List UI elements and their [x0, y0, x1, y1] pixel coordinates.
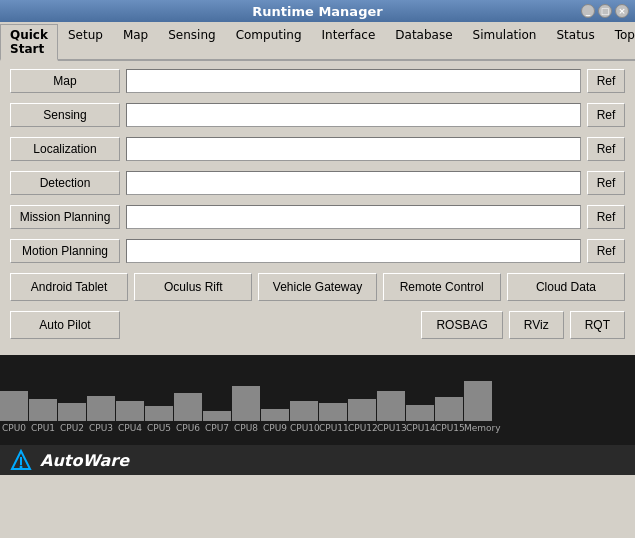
tab-map[interactable]: Map: [113, 24, 158, 59]
motion-planning-input-wrap: [126, 239, 581, 263]
title-bar: Runtime Manager _ □ ×: [0, 0, 635, 22]
cpu-label-cpu2: CPU2: [58, 423, 86, 433]
mission-planning-ref-wrap: Ref: [587, 205, 625, 229]
rviz-button[interactable]: RViz: [509, 311, 564, 339]
cpu-bar-memory: [464, 381, 492, 421]
rqt-button[interactable]: RQT: [570, 311, 625, 339]
oculus-rift-button[interactable]: Oculus Rift: [134, 273, 252, 301]
cpu-bar-cpu10: [290, 401, 318, 421]
auto-pilot-button[interactable]: Auto Pilot: [10, 311, 120, 339]
right-buttons: ROSBAG RViz RQT: [126, 311, 625, 339]
motion-planning-row: Motion Planning Ref: [10, 239, 625, 263]
cpu-label-cpu5: CPU5: [145, 423, 173, 433]
tab-bar: Quick Start Setup Map Sensing Computing …: [0, 22, 635, 61]
logo-text: AutoWare: [40, 451, 129, 470]
cpu-bar-cpu13: [377, 391, 405, 421]
sensing-input-wrap: [126, 103, 581, 127]
tab-status[interactable]: Status: [546, 24, 604, 59]
window-title: Runtime Manager: [252, 4, 382, 19]
cpu-label-cpu3: CPU3: [87, 423, 115, 433]
main-content: Map Ref Sensing Ref Localization Ref: [0, 61, 635, 355]
rosbag-button[interactable]: ROSBAG: [421, 311, 502, 339]
mission-planning-ref-button[interactable]: Ref: [587, 205, 625, 229]
sensing-button[interactable]: Sensing: [10, 103, 120, 127]
detection-input-wrap: [126, 171, 581, 195]
cpu-bar-cpu1: [29, 399, 57, 421]
tab-database[interactable]: Database: [385, 24, 462, 59]
cpu-label-cpu10: CPU10: [290, 423, 318, 433]
cpu-bar-cpu9: [261, 409, 289, 421]
motion-planning-ref-wrap: Ref: [587, 239, 625, 263]
detection-label: Detection: [10, 171, 120, 195]
cloud-data-button[interactable]: Cloud Data: [507, 273, 625, 301]
map-input-wrap: [126, 69, 581, 93]
detection-ref-wrap: Ref: [587, 171, 625, 195]
cpu-label-cpu11: CPU11: [319, 423, 347, 433]
map-row: Map Ref: [10, 69, 625, 93]
motion-planning-input[interactable]: [126, 239, 581, 263]
device-buttons-row: Android Tablet Oculus Rift Vehicle Gatew…: [10, 273, 625, 301]
detection-button[interactable]: Detection: [10, 171, 120, 195]
remote-control-button[interactable]: Remote Control: [383, 273, 501, 301]
mission-planning-input-wrap: [126, 205, 581, 229]
autopilot-wrap: Auto Pilot: [10, 311, 120, 339]
svg-point-2: [20, 466, 23, 469]
detection-row: Detection Ref: [10, 171, 625, 195]
cpu-bar-cpu3: [87, 396, 115, 421]
mission-planning-label: Mission Planning: [10, 205, 120, 229]
localization-input[interactable]: [126, 137, 581, 161]
window-controls: _ □ ×: [581, 4, 629, 18]
tab-interface[interactable]: Interface: [312, 24, 386, 59]
autoware-logo-icon: [10, 449, 32, 471]
sensing-ref-wrap: Ref: [587, 103, 625, 127]
localization-ref-wrap: Ref: [587, 137, 625, 161]
cpu-bar-cpu6: [174, 393, 202, 421]
tab-quick-start[interactable]: Quick Start: [0, 24, 58, 61]
android-tablet-button[interactable]: Android Tablet: [10, 273, 128, 301]
cpu-label-cpu9: CPU9: [261, 423, 289, 433]
mission-planning-input[interactable]: [126, 205, 581, 229]
localization-ref-button[interactable]: Ref: [587, 137, 625, 161]
map-button[interactable]: Map: [10, 69, 120, 93]
detection-input[interactable]: [126, 171, 581, 195]
maximize-button[interactable]: □: [598, 4, 612, 18]
localization-button[interactable]: Localization: [10, 137, 120, 161]
map-input[interactable]: [126, 69, 581, 93]
cpu-bar-cpu0: [0, 391, 28, 421]
cpu-bar-cpu5: [145, 406, 173, 421]
detection-ref-button[interactable]: Ref: [587, 171, 625, 195]
localization-label: Localization: [10, 137, 120, 161]
cpu-bars-container: [0, 359, 635, 421]
tab-simulation[interactable]: Simulation: [463, 24, 547, 59]
motion-planning-ref-button[interactable]: Ref: [587, 239, 625, 263]
localization-row: Localization Ref: [10, 137, 625, 161]
bottom-row: Auto Pilot ROSBAG RViz RQT: [10, 311, 625, 339]
cpu-label-cpu6: CPU6: [174, 423, 202, 433]
cpu-label-cpu12: CPU12: [348, 423, 376, 433]
tab-topics[interactable]: Topics: [605, 24, 635, 59]
tab-computing[interactable]: Computing: [226, 24, 312, 59]
sensing-label: Sensing: [10, 103, 120, 127]
cpu-bar-cpu2: [58, 403, 86, 421]
close-button[interactable]: ×: [615, 4, 629, 18]
map-ref-button[interactable]: Ref: [587, 69, 625, 93]
vehicle-gateway-button[interactable]: Vehicle Gateway: [258, 273, 376, 301]
cpu-bar-cpu11: [319, 403, 347, 421]
sensing-ref-button[interactable]: Ref: [587, 103, 625, 127]
motion-planning-button[interactable]: Motion Planning: [10, 239, 120, 263]
cpu-section: CPU0CPU1CPU2CPU3CPU4CPU5CPU6CPU7CPU8CPU9…: [0, 355, 635, 445]
cpu-label-cpu13: CPU13: [377, 423, 405, 433]
minimize-button[interactable]: _: [581, 4, 595, 18]
cpu-label-cpu7: CPU7: [203, 423, 231, 433]
sensing-row: Sensing Ref: [10, 103, 625, 127]
tab-setup[interactable]: Setup: [58, 24, 113, 59]
tab-sensing[interactable]: Sensing: [158, 24, 225, 59]
cpu-labels-container: CPU0CPU1CPU2CPU3CPU4CPU5CPU6CPU7CPU8CPU9…: [0, 423, 635, 433]
cpu-bar-cpu4: [116, 401, 144, 421]
cpu-bar-cpu14: [406, 405, 434, 421]
motion-planning-label: Motion Planning: [10, 239, 120, 263]
map-ref-wrap: Ref: [587, 69, 625, 93]
cpu-bar-cpu15: [435, 397, 463, 421]
mission-planning-button[interactable]: Mission Planning: [10, 205, 120, 229]
sensing-input[interactable]: [126, 103, 581, 127]
